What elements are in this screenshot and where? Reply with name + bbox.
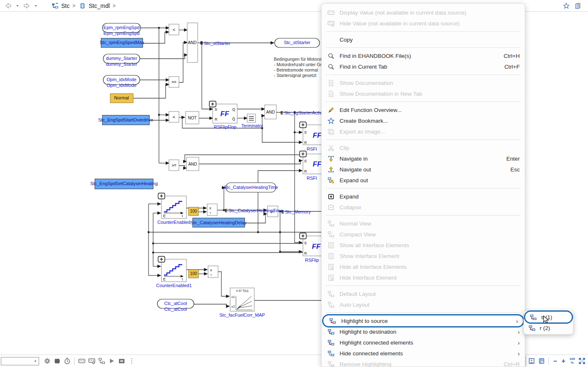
relational-eq[interactable]: ==	[169, 77, 179, 87]
menu-item-find-in-current-tab[interactable]: Find in Current Tab Ctrl+F	[322, 61, 525, 72]
svg-text:÷: ÷	[210, 273, 212, 277]
constant-100-b[interactable]: 100	[189, 270, 198, 278]
fit-to-screen-icon[interactable]	[577, 357, 586, 366]
param-stc-engspdsetcatalyserheating[interactable]: Stc_EngSpdSetCatalyserHeating	[90, 179, 158, 189]
breadcrumb-separator: >	[72, 3, 75, 9]
relational-lt-2[interactable]: <	[169, 112, 179, 122]
menu-item-highlight-to-destination[interactable]: Highlight to destination ›	[322, 326, 525, 337]
block-rsflipflop[interactable]: S R Q Q̄ FF RSFlipFlop	[209, 101, 237, 129]
inport-dummy-starter[interactable]: dummy_Starter dummy_Starter	[103, 54, 140, 67]
menu-item-hide-all-interface-elements: Hide all Interface Elements	[322, 261, 525, 272]
logic-not[interactable]: NOT	[186, 112, 199, 124]
svg-text:S: S	[304, 130, 307, 134]
stopwatch-icon[interactable]	[62, 357, 72, 366]
signal-label-ststarter[interactable]: E Stc_stStarter	[200, 41, 231, 46]
inport-ctc-atcool[interactable]: Ctc_atCool Ctc_atCool	[157, 299, 194, 312]
svg-text:Stc_Memory: Stc_Memory	[285, 209, 311, 214]
image-panel-icon[interactable]	[527, 357, 536, 366]
compact-view-icon	[327, 231, 335, 238]
menu-item-navigate-out[interactable]: Navigate out Esc	[322, 164, 525, 175]
menu-item-copy[interactable]: Copy	[322, 34, 525, 45]
menu-item-hide-value: Hide Value (not available in current dat…	[322, 18, 525, 29]
ecu-icon[interactable]	[52, 357, 62, 366]
copy-document-icon[interactable]	[574, 2, 582, 10]
signal-label-catalyserheatingtime[interactable]: E Stc_CatalyserHeatingTime	[225, 208, 283, 213]
ehandbook-panel-icon[interactable]	[537, 357, 546, 366]
constant-100-a[interactable]: 100	[189, 207, 198, 216]
annotation-motorstart: Bedingungen für Motorstart: - Motordrehz…	[274, 57, 329, 78]
block-counterenabled[interactable]: E I CounterEnabled	[157, 193, 191, 225]
menu-item-find-in-ehandbook-files[interactable]: Find in EHANDBOOK File(s) Ctrl+H	[322, 50, 525, 61]
relational-ge-1[interactable]: >=	[169, 160, 179, 171]
inport-opm-idxmode[interactable]: Opm_idxMode Opm_idxMode	[103, 75, 140, 88]
block-lookup-map[interactable]: n-D T(u) u1 u2 Stc_facFuelCorr_MAP	[219, 288, 265, 317]
forward-dropdown-icon[interactable]	[32, 2, 40, 10]
breadcrumb-item-stc-mdl[interactable]: Stc_mdl	[89, 2, 110, 9]
menu-item-show-interface-element: Show Interface Element	[322, 250, 525, 261]
menu-item-create-bookmark[interactable]: Create Bookmark...	[322, 115, 525, 126]
param-stc-engspdstartoverdrive[interactable]: Stc_EngSpdStartOverdrive	[98, 115, 153, 125]
forward-icon[interactable]	[22, 2, 31, 10]
bottom-dropdown[interactable]	[1, 357, 39, 365]
back-dropdown-icon[interactable]	[13, 2, 22, 10]
block-terminator[interactable]: Terminator	[241, 114, 263, 128]
param-stc-rpmengspedmax[interactable]: Stc_rpmEngSpedMax	[100, 38, 144, 47]
zoom-100-button[interactable]: 100 %	[568, 357, 577, 365]
menu-item-show-documentation: Show Documentation	[322, 77, 525, 88]
remove-highlighting-icon	[327, 361, 335, 367]
logic-and-2[interactable]: AND	[186, 157, 199, 171]
mouse-cursor	[543, 315, 551, 325]
menu-item-show-all-interface-elements: Show all Interface Elements	[322, 240, 525, 250]
menu-item-expand-out[interactable]: Expand out	[322, 175, 525, 186]
logic-and-3[interactable]: AND	[265, 105, 276, 119]
menu-item-highlight-connected-elements[interactable]: Highlight connected elements ›	[322, 337, 525, 348]
param-stc-catalyserheatingdelay[interactable]: Stc_CatalyserHeatingDelay	[191, 218, 247, 227]
zoom-out-button[interactable]: −	[551, 357, 559, 365]
svg-text:E: E	[281, 210, 284, 214]
svg-text:E: E	[200, 41, 203, 45]
signal-label-stc-memory[interactable]: E Stc_Memory	[281, 209, 311, 214]
svg-text:dummy_Starter: dummy_Starter	[106, 56, 137, 61]
svg-text:Stc_EngSpdSetCatalyserHeating: Stc_EngSpdSetCatalyserHeating	[90, 181, 158, 186]
breadcrumb-item-stc[interactable]: Stc	[61, 2, 69, 9]
outport-stc-ststarter[interactable]: Stc_stStarter	[275, 38, 320, 47]
expand-out-icon	[327, 177, 335, 184]
chevron-right-icon: ›	[513, 340, 520, 346]
block-muldiv-1[interactable]: x ÷	[207, 204, 217, 216]
function-icon	[51, 2, 59, 10]
more-options-icon[interactable]	[127, 357, 136, 366]
zoom-in-button[interactable]: +	[559, 357, 568, 365]
display-values-diagram-icon[interactable]	[97, 357, 106, 366]
hide-value-toolbar-icon[interactable]	[87, 357, 96, 366]
svg-text:RSFl: RSFl	[307, 146, 317, 151]
menu-item-hide-connected-elements[interactable]: Hide connected elements ›	[322, 348, 525, 359]
hide-connected-icon	[327, 350, 335, 357]
block-counterenabled1[interactable]: E I CounterEnabled1	[156, 256, 192, 288]
menu-item-edit-function-overview[interactable]: Edit Function Overview...	[322, 104, 525, 115]
shortcut: Ctrl+R	[504, 361, 520, 367]
svg-text:<: <	[173, 27, 175, 32]
inport-epm-rpmengspd[interactable]: Epm_rpmEngSpd Epm_rpmEngSpd	[102, 23, 141, 36]
gear-icon[interactable]	[42, 357, 52, 366]
search-icon	[327, 52, 335, 60]
menu-item-expand[interactable]: Expand	[322, 191, 525, 202]
menu-item-highlight-to-source[interactable]: Highlight to source ›	[323, 315, 523, 326]
svg-text:RSFl: RSFl	[307, 176, 317, 181]
display-value-toolbar-icon[interactable]	[77, 357, 86, 366]
svg-text:==: ==	[171, 80, 176, 84]
shortcut: Enter	[506, 156, 520, 162]
outport-stc-catalyserheatingtime[interactable]: Stc_CatalyserHeatingTime	[224, 183, 278, 192]
instrument-panel-icon[interactable]	[117, 357, 126, 366]
logic-and-1[interactable]: AND	[187, 23, 198, 62]
bookmark-star-icon[interactable]	[562, 2, 571, 10]
menu-separator	[326, 31, 521, 32]
signal-label-flgstarteractive[interactable]: E Stc_flgStarterActive	[280, 110, 325, 115]
toolbar-divider	[74, 357, 74, 365]
relational-lt-1[interactable]: <	[169, 24, 179, 35]
menu-item-navigate-in[interactable]: Navigate in Enter	[322, 153, 525, 164]
play-icon[interactable]	[107, 357, 116, 366]
block-muldiv-2[interactable]: x ÷	[208, 266, 218, 278]
constant-normal[interactable]: Normal	[110, 94, 133, 103]
breadcrumb: Stc > Stc_mdl >	[51, 2, 117, 10]
back-icon[interactable]	[4, 2, 12, 10]
